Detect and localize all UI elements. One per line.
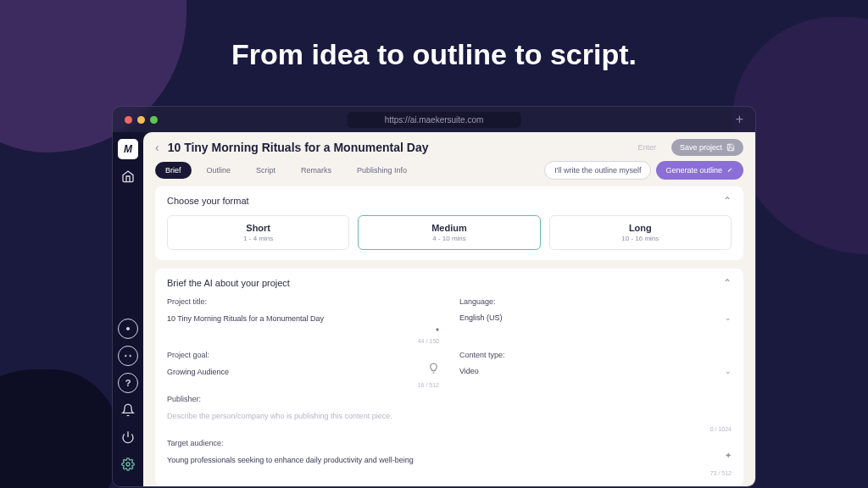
field-publisher: Publisher: 0 / 1024 — [167, 395, 732, 432]
traffic-lights — [125, 116, 158, 124]
title-char-count: 44 / 150 — [167, 338, 439, 344]
sidebar: M ? — [113, 132, 143, 486]
new-tab-button[interactable]: + — [736, 113, 743, 126]
required-star-icon: * — [436, 327, 439, 336]
target-icon[interactable] — [118, 319, 138, 339]
tabs: Brief Outline Script Remarks Publishing … — [143, 161, 755, 186]
project-goal-input[interactable] — [167, 363, 439, 380]
logo-icon[interactable]: M — [118, 139, 138, 159]
format-card: Choose your format ⌃ Short 1 - 4 mins Me… — [155, 186, 743, 260]
discord-icon[interactable] — [118, 346, 138, 366]
minimize-icon[interactable] — [137, 116, 145, 124]
field-content-type: Content type: Video ⌄ — [459, 351, 732, 388]
format-option-short[interactable]: Short 1 - 4 mins — [167, 215, 349, 250]
help-icon[interactable]: ? — [118, 373, 138, 393]
format-option-long[interactable]: Long 10 - 16 mins — [549, 215, 732, 250]
enter-hint: Enter — [637, 143, 656, 152]
field-target-audience: Target audience: ✦ 73 / 512 — [167, 439, 732, 476]
hero-headline: From idea to outline to script. — [0, 0, 868, 88]
format-heading: Choose your format — [167, 196, 249, 206]
tab-remarks[interactable]: Remarks — [291, 162, 342, 179]
browser-window: https://ai.maekersuite.com + M ? — [112, 106, 756, 487]
url-bar[interactable]: https://ai.maekersuite.com — [348, 112, 521, 128]
write-outline-myself-button[interactable]: I'll write the outline myself — [544, 161, 651, 180]
generate-outline-button[interactable]: Generate outline — [656, 161, 743, 180]
main-panel: ‹ 10 Tiny Morning Rituals for a Monument… — [143, 132, 755, 486]
home-icon[interactable] — [118, 166, 138, 186]
tab-outline[interactable]: Outline — [197, 162, 242, 179]
save-project-button[interactable]: Save project — [671, 139, 743, 156]
app-shell: M ? — [113, 132, 755, 486]
browser-bar: https://ai.maekersuite.com + — [113, 107, 755, 132]
field-language: Language: English (US) ⌄ — [459, 297, 732, 344]
chevron-up-icon[interactable]: ⌃ — [723, 195, 732, 207]
tab-brief[interactable]: Brief — [155, 162, 192, 179]
lightbulb-icon[interactable] — [428, 363, 439, 374]
brief-heading: Brief the AI about your project — [167, 278, 290, 288]
audience-input[interactable] — [167, 452, 732, 469]
goal-char-count: 16 / 512 — [167, 382, 439, 388]
power-icon[interactable] — [118, 427, 138, 447]
project-title-input[interactable] — [167, 310, 439, 327]
content-type-select[interactable]: Video ⌄ — [459, 363, 732, 380]
content-scroll[interactable]: Choose your format ⌃ Short 1 - 4 mins Me… — [143, 186, 755, 486]
chevron-up-icon[interactable]: ⌃ — [723, 277, 732, 289]
language-select[interactable]: English (US) ⌄ — [459, 309, 732, 326]
field-project-goal: Project goal: 16 / 512 — [167, 351, 439, 388]
sparkle-icon[interactable]: ✦ — [725, 451, 732, 460]
format-option-medium[interactable]: Medium 4 - 10 mins — [358, 215, 540, 250]
save-icon — [726, 143, 735, 152]
svg-point-0 — [126, 327, 130, 330]
publisher-input[interactable] — [167, 408, 732, 424]
field-project-title: Project title: * 44 / 150 — [167, 297, 439, 344]
brief-card: Brief the AI about your project ⌃ Projec… — [155, 269, 743, 486]
tab-script[interactable]: Script — [246, 162, 286, 179]
settings-icon[interactable] — [118, 454, 138, 474]
publisher-char-count: 0 / 1024 — [167, 426, 732, 432]
chevron-down-icon: ⌄ — [725, 367, 732, 375]
header: ‹ 10 Tiny Morning Rituals for a Monument… — [143, 132, 755, 161]
audience-char-count: 73 / 512 — [167, 470, 732, 476]
back-icon[interactable]: ‹ — [155, 141, 159, 154]
wand-icon — [726, 167, 734, 175]
tab-publishing[interactable]: Publishing Info — [347, 162, 417, 179]
svg-point-1 — [126, 463, 130, 466]
close-icon[interactable] — [125, 116, 132, 124]
chevron-down-icon: ⌄ — [725, 313, 732, 322]
maximize-icon[interactable] — [150, 116, 158, 124]
bell-icon[interactable] — [118, 400, 138, 420]
page-title: 10 Tiny Morning Rituals for a Monumental… — [168, 141, 630, 154]
